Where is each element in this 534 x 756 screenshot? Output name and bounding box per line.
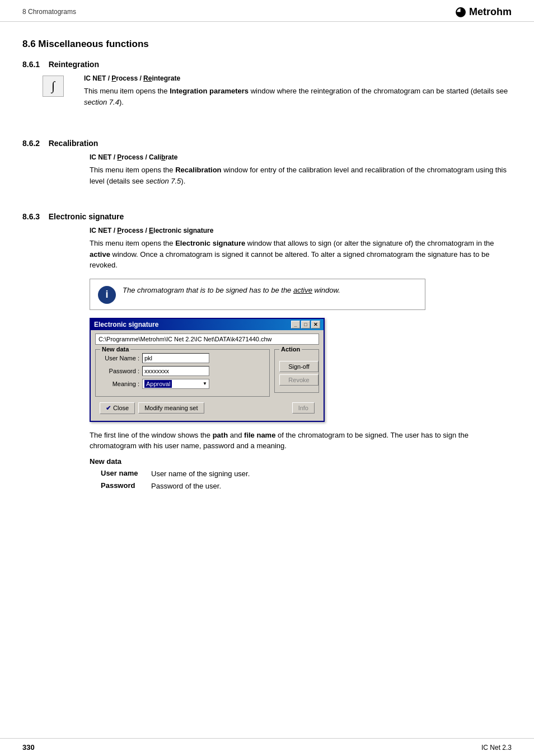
- page-content: 8.6 Miscellaneous functions 8.6.1 Reinte…: [0, 22, 534, 516]
- maximize-button[interactable]: □: [301, 321, 310, 328]
- logo-icon: ◕: [455, 4, 466, 19]
- new-data-section-label: New data: [90, 457, 512, 466]
- dropdown-arrow-icon: ▼: [203, 381, 207, 386]
- minimize-button[interactable]: _: [291, 321, 300, 328]
- doc-name: IC Net 2.3: [481, 744, 512, 752]
- esig-body1: This menu item opens the Electronic sign…: [90, 238, 512, 271]
- dialog-filepath: C:\Programme\Metrohm\IC Net 2.2\IC Net\D…: [95, 334, 319, 345]
- dialog-titlebar-buttons: _ □ ✕: [291, 321, 320, 328]
- dialog-titlebar: Electronic signature _ □ ✕: [91, 319, 324, 330]
- new-data-group: New data User Name : pkl Password :: [95, 349, 270, 397]
- sign-off-button[interactable]: Sign-off: [279, 361, 318, 372]
- subsection-8-6-2-title: 8.6.2 Recalibration: [22, 139, 512, 148]
- action-group: Action Sign-off Revoke: [274, 349, 319, 393]
- dialog-columns: New data User Name : pkl Password :: [95, 349, 319, 399]
- page: 8 Chromatograms ◕ Metrohm 8.6 Miscellane…: [0, 0, 534, 756]
- meaning-label: Meaning :: [100, 381, 142, 387]
- subsection-8-6-1-label: Reintegration: [49, 60, 99, 69]
- password-label: Password :: [100, 368, 142, 374]
- esig-menu-path: IC NET / Process / Electronic signature: [90, 227, 512, 234]
- info-box: i The chromatogram that is to be signed …: [90, 279, 425, 310]
- recalibration-menu-path: IC NET / Process / Calibrate: [90, 153, 512, 161]
- close-dialog-label: Close: [113, 405, 129, 411]
- revoke-button[interactable]: Revoke: [279, 374, 318, 386]
- brand-logo: ◕ Metrohm: [455, 4, 512, 19]
- reintegration-menu-path-text: IC NET / Process / Reintegrate: [84, 74, 180, 82]
- page-header: 8 Chromatograms ◕ Metrohm: [0, 0, 534, 22]
- page-footer: 330 IC Net 2.3: [0, 738, 534, 756]
- esig-body2: The first line of the window shows the p…: [90, 430, 512, 452]
- username-input[interactable]: pkl: [142, 353, 209, 363]
- password-def: Password of the user.: [151, 481, 221, 491]
- username-row: User Name : pkl: [100, 353, 265, 363]
- brand-name: Metrohm: [469, 6, 512, 18]
- close-dialog-button[interactable]: ✔ Close: [100, 402, 135, 414]
- dialog-body: C:\Programme\Metrohm\IC Net 2.2\IC Net\D…: [91, 330, 324, 421]
- close-button[interactable]: ✕: [311, 321, 320, 328]
- electronic-signature-dialog: Electronic signature _ □ ✕ C:\Programme\…: [90, 318, 325, 422]
- reintegration-menu-path: IC NET / Process / Reintegrate: [84, 74, 512, 82]
- username-term: User name: [90, 469, 151, 479]
- subsection-8-6-1-title: 8.6.1 Reintegration: [22, 60, 512, 69]
- page-number: 330: [22, 743, 35, 752]
- dialog-left: New data User Name : pkl Password :: [95, 349, 270, 399]
- subsection-8-6-2-label: Recalibration: [49, 139, 99, 148]
- chapter-label: 8 Chromatograms: [22, 8, 76, 16]
- modify-meaning-button[interactable]: Modify meaning set: [138, 402, 204, 414]
- password-desc-row: Password Password of the user.: [90, 481, 512, 491]
- username-desc-row: User name User name of the signing user.: [90, 469, 512, 479]
- dialog-right: Action Sign-off Revoke: [274, 349, 319, 399]
- integral-icon: ∫: [43, 76, 64, 97]
- info-button[interactable]: Info: [292, 402, 315, 414]
- meaning-select[interactable]: Approval ▼: [142, 379, 209, 389]
- reintegration-content: IC NET / Process / Reintegrate This menu…: [84, 74, 512, 113]
- username-def: User name of the signing user.: [151, 469, 250, 479]
- info-box-text: The chromatogram that is to be signed ha…: [123, 285, 340, 296]
- reintegration-body: This menu item opens the Integration par…: [84, 86, 512, 107]
- dialog-title: Electronic signature: [94, 321, 158, 328]
- subsection-8-6-3-title: 8.6.3 Electronic signature: [22, 212, 512, 221]
- integral-icon-box: ∫: [22, 74, 84, 97]
- info-icon: i: [98, 286, 116, 304]
- username-value: pkl: [144, 355, 152, 361]
- description-table: New data User name User name of the sign…: [90, 457, 512, 491]
- subsection-8-6-1-number: 8.6.1: [22, 60, 40, 69]
- recalibration-body: This menu item opens the Recalibration w…: [90, 165, 512, 186]
- password-value: xxxxxxxx: [144, 368, 169, 374]
- action-group-label: Action: [279, 346, 302, 353]
- reintegration-row: ∫ IC NET / Process / Reintegrate This me…: [22, 74, 512, 113]
- dialog-footer: ✔ Close Modify meaning set Info: [95, 399, 319, 416]
- checkmark-icon: ✔: [106, 405, 111, 412]
- password-row: Password : xxxxxxxx: [100, 366, 265, 376]
- subsection-8-6-2-number: 8.6.2: [22, 139, 40, 148]
- meaning-value: Approval: [144, 380, 172, 388]
- meaning-row: Meaning : Approval ▼: [100, 379, 265, 389]
- subsection-8-6-3-number: 8.6.3: [22, 212, 40, 221]
- username-label: User Name :: [100, 355, 142, 361]
- main-section-title: 8.6 Miscellaneous functions: [22, 39, 512, 50]
- password-input[interactable]: xxxxxxxx: [142, 366, 209, 376]
- new-data-group-label: New data: [100, 346, 130, 353]
- password-term: Password: [90, 481, 151, 491]
- subsection-8-6-3-label: Electronic signature: [49, 212, 124, 221]
